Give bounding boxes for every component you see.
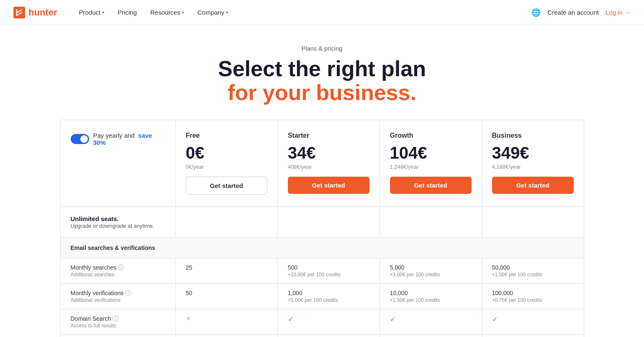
logo-text: hunter [28,7,57,18]
get-started-growth[interactable]: Get started [390,177,472,194]
nav-right: 🌐 Create an account Log in → [531,8,631,17]
section-header-email-label: Email searches & verifications [60,238,584,258]
create-account-link[interactable]: Create an account [547,9,599,16]
sublabel-domain-search: Access to full results [71,323,165,329]
nav-item-product[interactable]: Product ▾ [74,5,109,19]
monthly-verifications-growth: 10,000 +1.50€ per 100 credits [380,284,482,309]
svg-rect-0 [13,7,25,18]
unlimited-seats-cell: Unlimited seats. Upgrade or downgrade at… [60,207,175,238]
toggle-cell: Pay yearly and save 30% [60,120,175,207]
monthly-verifications-starter: 1,000 +5.00€ per 100 credits [277,284,380,309]
domain-search-growth: ✓ [380,309,482,335]
plan-peryear-growth: 1,248€/year [390,164,472,170]
login-link[interactable]: Log in → [606,9,631,16]
feature-label-cell-domain-search: Domain Search i Access to full results [60,309,175,335]
plan-header-growth: Growth 104€ 1,248€/year Get started [380,120,482,207]
chevron-down-icon: ▾ [102,10,104,15]
globe-icon[interactable]: 🌐 [531,8,541,17]
plan-price-business: 349€ [492,144,574,161]
chevron-down-icon-2: ▾ [182,10,184,15]
monthly-verifications-business: 100,000 +0.75€ per 100 credits [482,284,584,309]
csv-exports-free: ✕ [175,335,277,337]
logo[interactable]: hunter [13,7,57,18]
domain-search-free: ✕ [175,309,277,335]
pricing-section: Pay yearly and save 30% Free 0€ 0€/year … [50,120,594,337]
plan-peryear-starter: 408€/year [288,164,369,170]
domain-search-starter: ✓ [277,309,380,335]
sub-monthly-searches-business: +1.50€ per 100 credits [492,272,574,278]
csv-exports-business: ✓ [482,335,584,337]
pricing-table: Pay yearly and save 30% Free 0€ 0€/year … [60,120,584,337]
sublabel-monthly-searches: Additional searches [71,272,165,278]
sub-monthly-verifications-business: +0.75€ per 100 credits [492,297,574,303]
plan-name-starter: Starter [288,132,369,139]
monthly-searches-starter: 500 +10.00€ per 100 credits [277,258,380,284]
info-icon-monthly-verifications[interactable]: i [125,290,131,296]
section-header-email: Email searches & verifications [60,238,584,258]
label-domain-search: Domain Search [71,315,111,322]
unlimited-title: Unlimited seats. [71,215,119,222]
info-icon-monthly-searches[interactable]: i [118,265,124,270]
feature-row-domain-search: Domain Search i Access to full results ✕… [60,309,584,335]
check-icon-domain-search-business: ✓ [492,316,498,323]
monthly-searches-growth: 5,000 +3.00€ per 100 credits [380,258,482,284]
feature-label-cell-monthly-searches: Monthly searches i Additional searches [60,258,175,284]
monthly-searches-free: 25 [175,258,277,284]
get-started-free[interactable]: Get started [186,177,267,195]
chevron-down-icon-3: ▾ [226,10,228,15]
plan-name-growth: Growth [390,132,472,139]
nav-links: Product ▾ Pricing Resources ▾ Company ▾ [74,5,531,19]
get-started-business[interactable]: Get started [492,177,574,194]
nav-item-company[interactable]: Company ▾ [192,5,233,19]
nav-label-resources: Resources [150,9,180,16]
check-icon-domain-search-starter: ✓ [288,316,293,323]
unlimited-free-cell [175,207,277,238]
sub-monthly-verifications-starter: +5.00€ per 100 credits [288,297,369,303]
monthly-searches-business: 50,000 +1.50€ per 100 credits [482,258,584,284]
billing-toggle-area: Pay yearly and save 30% [71,132,165,146]
sub-monthly-searches-starter: +10.00€ per 100 credits [288,272,369,278]
sublabel-monthly-verifications: Additional verifications [71,297,165,303]
unlimited-text: Unlimited seats. Upgrade or downgrade at… [71,215,165,229]
plan-price-starter: 34€ [288,144,369,161]
val-monthly-searches-growth: 5,000 [390,264,472,271]
unlimited-seats-row: Unlimited seats. Upgrade or downgrade at… [60,207,584,238]
unlimited-business-cell [482,207,584,238]
val-monthly-searches-starter: 500 [288,264,369,271]
feature-label-cell-csv-exports: CSV exports i [60,335,175,337]
feature-label-monthly-searches: Monthly searches i [71,264,165,271]
plan-peryear-free: 0€/year [186,164,267,170]
hero-title: Select the right plan for your business. [8,57,636,105]
csv-exports-starter: ✓ [277,335,380,337]
feature-label-domain-search: Domain Search i [71,315,165,322]
monthly-verifications-free: 50 [175,284,277,309]
unlimited-starter-cell [277,207,380,238]
yearly-toggle[interactable] [71,134,89,144]
pricing-header-row: Pay yearly and save 30% Free 0€ 0€/year … [60,120,584,207]
nav-item-pricing[interactable]: Pricing [113,5,142,19]
label-monthly-verifications: Monthly verifications [71,290,124,296]
feature-row-monthly-searches: Monthly searches i Additional searches 2… [60,258,584,284]
hero-section: Plans & pricing Select the right plan fo… [0,25,644,120]
nav-label-pricing: Pricing [118,9,137,16]
logo-icon [13,7,25,18]
sub-monthly-searches-growth: +3.00€ per 100 credits [390,272,472,278]
plan-peryear-business: 4,188€/year [492,164,574,170]
hero-subtitle: Plans & pricing [8,45,636,52]
feature-label-cell-monthly-verifications: Monthly verifications i Additional verif… [60,284,175,309]
feature-label-monthly-verifications: Monthly verifications i [71,290,165,296]
plan-name-free: Free [186,132,267,139]
nav-label-company: Company [198,9,224,16]
plan-header-free: Free 0€ 0€/year Get started [175,120,277,207]
nav-label-product: Product [79,9,100,16]
toggle-knob [80,135,88,143]
nav-item-resources[interactable]: Resources ▾ [145,5,189,19]
plan-header-starter: Starter 34€ 408€/year Get started [277,120,380,207]
info-icon-domain-search[interactable]: i [113,316,118,322]
get-started-starter[interactable]: Get started [288,177,369,194]
unlimited-growth-cell [380,207,482,238]
feature-row-csv-exports: CSV exports i ✕ ✓ ✓ ✓ [60,335,584,337]
hero-title-accent: for your business. [228,80,416,105]
plan-name-business: Business [492,132,574,139]
val-monthly-verifications-free: 50 [186,290,267,296]
